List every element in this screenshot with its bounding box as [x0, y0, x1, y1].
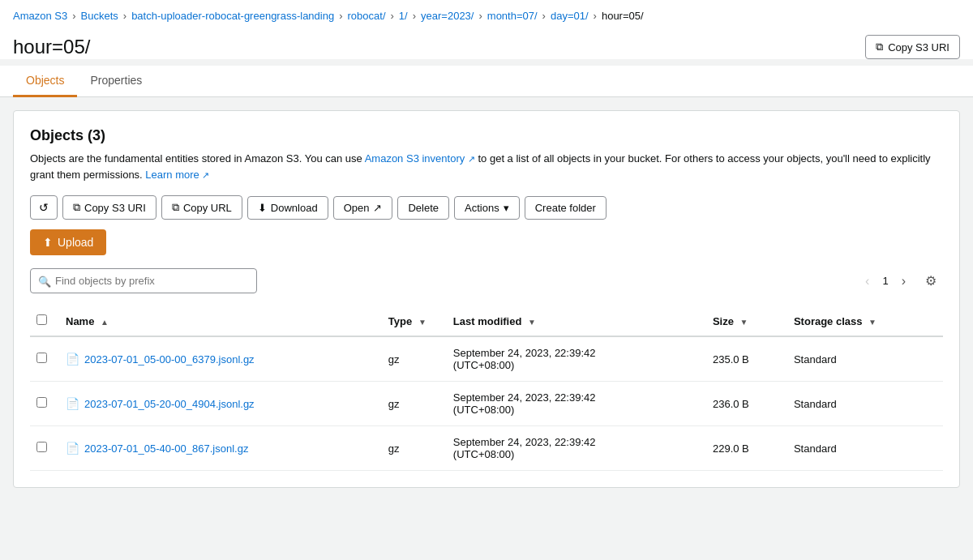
- storage-sort-icon: ▼: [868, 318, 877, 327]
- download-button[interactable]: ⬇ Download: [247, 196, 328, 220]
- breadcrumb-month[interactable]: month=07/: [487, 10, 538, 22]
- copy-s3-uri-toolbar-button[interactable]: ⧉ Copy S3 URI: [62, 195, 156, 220]
- create-folder-label: Create folder: [535, 202, 596, 214]
- column-header-type[interactable]: Type ▼: [382, 306, 447, 336]
- download-icon: ⬇: [258, 202, 267, 214]
- table-row: 📄 2023-07-01_05-40-00_867.jsonl.gz gz Se…: [30, 426, 943, 471]
- select-all-checkbox[interactable]: [36, 314, 47, 325]
- create-folder-button[interactable]: Create folder: [525, 196, 607, 220]
- breadcrumb: Amazon S3 › Buckets › batch-uploader-rob…: [0, 0, 973, 28]
- breadcrumb-1[interactable]: 1/: [399, 10, 408, 22]
- copy-url-label: Copy URL: [183, 202, 232, 214]
- column-header-last-modified[interactable]: Last modified ▼: [447, 306, 706, 336]
- row-storage-1: Standard: [794, 398, 837, 410]
- file-icon-0: 📄: [66, 353, 79, 365]
- column-header-name[interactable]: Name ▲: [59, 306, 382, 336]
- tab-objects[interactable]: Objects: [13, 66, 77, 97]
- breadcrumb-amazon-s3[interactable]: Amazon S3: [13, 10, 67, 22]
- row-modified-line1-2: September 24, 2023, 22:39:42: [453, 436, 596, 448]
- table-header-row: Name ▲ Type ▼ Last modified ▼ Size ▼: [30, 306, 943, 336]
- copy-s3-uri-toolbar-icon: ⧉: [73, 201, 80, 214]
- open-button[interactable]: Open ↗: [333, 196, 393, 220]
- learn-more-link[interactable]: Learn more ↗: [145, 169, 209, 181]
- row-modified-line2-0: (UTC+08:00): [453, 359, 515, 371]
- actions-chevron-icon: ▾: [504, 202, 509, 214]
- row-size-0: 235.0 B: [713, 353, 749, 365]
- table-settings-button[interactable]: ⚙: [919, 270, 943, 292]
- breadcrumb-day[interactable]: day=01/: [551, 10, 589, 22]
- file-link-0[interactable]: 📄 2023-07-01_05-00-00_6379.jsonl.gz: [66, 353, 375, 365]
- actions-label: Actions: [465, 202, 499, 214]
- learn-more-ext-icon: ↗: [202, 170, 209, 180]
- inventory-link[interactable]: Amazon S3 inventory ↗: [365, 152, 475, 165]
- description-text-1: Objects are the fundamental entities sto…: [30, 152, 365, 165]
- row-checkbox-1[interactable]: [36, 397, 47, 408]
- row-checkbox-cell-0: [30, 336, 59, 382]
- open-label: Open: [344, 202, 370, 214]
- breadcrumb-bucket-name[interactable]: batch-uploader-robocat-greengrass-landin…: [131, 10, 334, 22]
- row-name-cell-1: 📄 2023-07-01_05-20-00_4904.jsonl.gz: [59, 382, 382, 426]
- breadcrumb-sep-5: ›: [413, 10, 416, 22]
- file-name-2: 2023-07-01_05-40-00_867.jsonl.gz: [84, 442, 248, 455]
- delete-button[interactable]: Delete: [397, 196, 449, 220]
- open-ext-icon: ↗: [373, 202, 382, 214]
- row-type-cell-0: gz: [382, 336, 447, 382]
- row-type-1: gz: [388, 398, 400, 410]
- ext-link-icon: ↗: [468, 154, 475, 164]
- copy-url-icon: ⧉: [172, 201, 179, 214]
- copy-s3-uri-button[interactable]: ⧉ Copy S3 URI: [865, 35, 960, 59]
- modified-sort-icon: ▼: [528, 318, 536, 327]
- row-storage-2: Standard: [794, 442, 837, 455]
- column-header-size[interactable]: Size ▼: [706, 306, 787, 336]
- row-storage-cell-1: Standard: [787, 382, 943, 426]
- select-all-header: [30, 306, 59, 336]
- row-checkbox-0[interactable]: [36, 353, 47, 363]
- file-link-1[interactable]: 📄 2023-07-01_05-20-00_4904.jsonl.gz: [66, 397, 375, 410]
- row-type-2: gz: [388, 442, 400, 455]
- row-checkbox-2[interactable]: [36, 442, 47, 452]
- breadcrumb-buckets[interactable]: Buckets: [81, 10, 118, 22]
- copy-s3-uri-label: Copy S3 URI: [888, 41, 949, 53]
- breadcrumb-year[interactable]: year=2023/: [421, 10, 474, 22]
- copy-s3-uri-toolbar-label: Copy S3 URI: [84, 202, 146, 214]
- breadcrumb-sep-8: ›: [594, 10, 597, 22]
- panel-title: Objects (3): [30, 127, 105, 143]
- row-modified-cell-1: September 24, 2023, 22:39:42 (UTC+08:00): [447, 382, 706, 426]
- refresh-button[interactable]: ↺: [30, 195, 58, 220]
- search-bar: 🔍 ‹ 1 › ⚙: [30, 268, 943, 293]
- pagination-next-button[interactable]: ›: [895, 271, 912, 292]
- row-storage-cell-0: Standard: [787, 336, 943, 382]
- row-size-1: 236.0 B: [713, 398, 749, 410]
- file-link-2[interactable]: 📄 2023-07-01_05-40-00_867.jsonl.gz: [66, 442, 375, 455]
- breadcrumb-sep-6: ›: [478, 10, 482, 22]
- pagination: ‹ 1 › ⚙: [859, 270, 943, 292]
- column-type-label: Type: [388, 315, 412, 327]
- tabs-bar: Objects Properties: [0, 66, 973, 97]
- row-modified-cell-0: September 24, 2023, 22:39:42 (UTC+08:00): [447, 336, 706, 382]
- file-name-0: 2023-07-01_05-00-00_6379.jsonl.gz: [84, 353, 255, 365]
- row-type-0: gz: [388, 353, 400, 365]
- row-type-cell-2: gz: [382, 426, 447, 471]
- page-title: hour=05/: [13, 36, 90, 58]
- file-icon-2: 📄: [66, 442, 79, 455]
- column-name-label: Name: [66, 315, 94, 327]
- upload-label: Upload: [58, 236, 93, 249]
- search-input[interactable]: [30, 268, 257, 293]
- upload-icon: ⬆: [43, 236, 53, 249]
- row-type-cell-1: gz: [382, 382, 447, 426]
- copy-url-button[interactable]: ⧉ Copy URL: [161, 195, 242, 220]
- pagination-prev-button[interactable]: ‹: [859, 271, 876, 292]
- breadcrumb-sep-4: ›: [391, 10, 394, 22]
- file-icon-1: 📄: [66, 397, 79, 410]
- description: Objects are the fundamental entities sto…: [30, 151, 943, 182]
- column-header-storage-class[interactable]: Storage class ▼: [787, 306, 943, 336]
- breadcrumb-sep-3: ›: [339, 10, 342, 22]
- upload-button[interactable]: ⬆ Upload: [30, 229, 106, 255]
- page-header: hour=05/ ⧉ Copy S3 URI: [0, 28, 973, 59]
- breadcrumb-robocat[interactable]: robocat/: [348, 10, 386, 22]
- download-label: Download: [271, 202, 318, 214]
- actions-button[interactable]: Actions ▾: [454, 196, 520, 220]
- row-size-cell-1: 236.0 B: [706, 382, 787, 426]
- tab-properties[interactable]: Properties: [77, 66, 155, 97]
- panel-header: Objects (3): [30, 127, 943, 144]
